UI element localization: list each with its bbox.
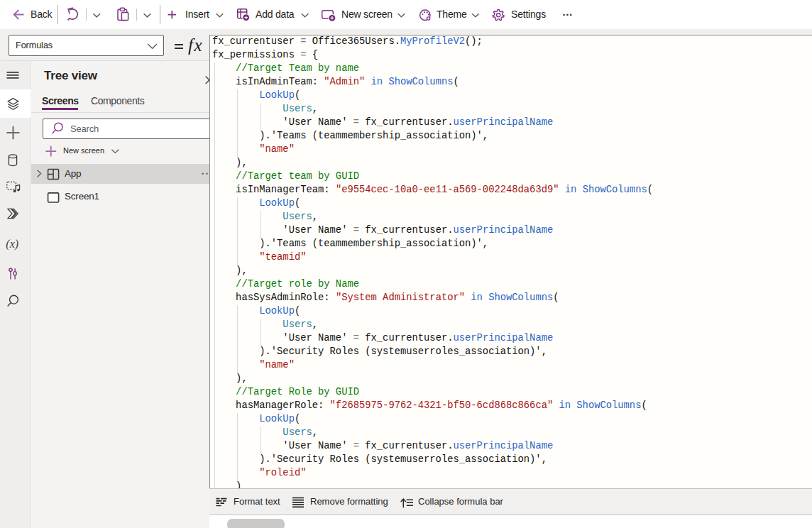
svg-text:(x): (x) <box>6 238 18 251</box>
